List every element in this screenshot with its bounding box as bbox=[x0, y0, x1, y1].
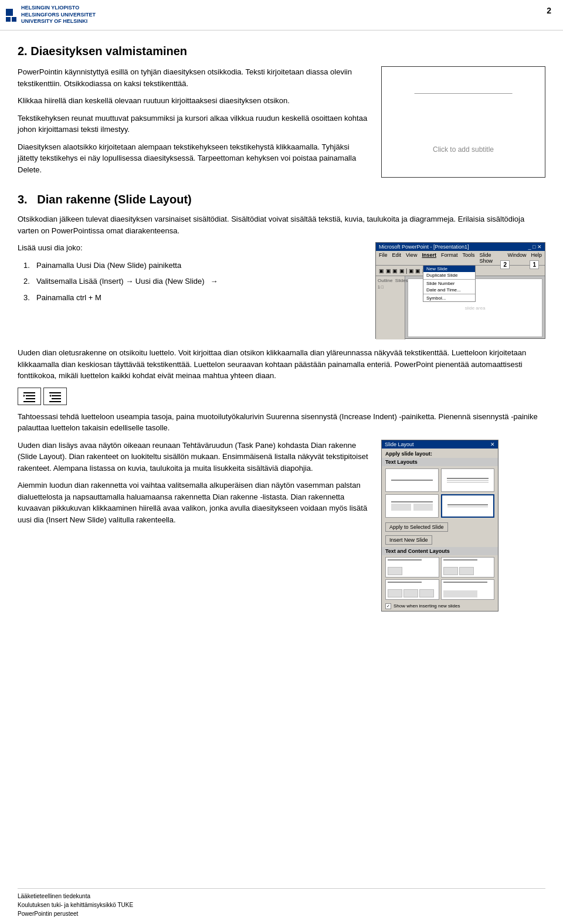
slp-l3-line1 bbox=[391, 501, 433, 502]
ppt-mockup-box: Microsoft PowerPoint - [Presentation1] _… bbox=[375, 242, 545, 339]
menu-slideshow[interactable]: Slide Show bbox=[479, 252, 503, 264]
slp-ci3-bottom bbox=[388, 589, 437, 597]
list-num-1: 1. bbox=[23, 260, 33, 271]
section-2-columns: PowerPointin käynnistyttyä esillä on tyh… bbox=[18, 66, 545, 181]
svg-marker-4 bbox=[23, 395, 25, 397]
ppt-screenshot: Microsoft PowerPoint - [Presentation1] _… bbox=[375, 242, 545, 339]
list-num-3: 3. bbox=[23, 292, 33, 304]
slp-layout-blank[interactable] bbox=[385, 468, 439, 492]
slp-title-text: Slide Layout bbox=[385, 441, 414, 447]
menu-file[interactable]: File bbox=[379, 252, 388, 264]
slide-preview-box: Click to add subtitle bbox=[381, 66, 545, 178]
section-3-number: 3. bbox=[18, 193, 28, 206]
slp-content-item-4[interactable] bbox=[441, 579, 495, 600]
section-3: 3. Dian rakenne (Slide Layout) Otsikkodi… bbox=[18, 193, 545, 612]
ppt-titlebar: Microsoft PowerPoint - [Presentation1] _… bbox=[376, 243, 545, 251]
indent-decrease-svg bbox=[48, 390, 62, 402]
slp-text-layouts-label: Text Layouts bbox=[382, 458, 498, 466]
list-item-3: 3. Painamalla ctrl + M bbox=[23, 292, 366, 304]
slp-blank-line bbox=[391, 480, 433, 481]
section-3-columns: Lisää uusi dia joko: 1. Painamalla Uusi … bbox=[18, 242, 545, 339]
main-content: 2. Diaesityksen valmistaminen PowerPoint… bbox=[0, 30, 563, 631]
ppt-sidebar-label: Outline Slides bbox=[378, 278, 403, 283]
section-3-title: 3. Dian rakenne (Slide Layout) bbox=[18, 193, 545, 206]
uni-name-en: UNIVERSITY OF HELSINKI bbox=[21, 18, 96, 25]
footer: Lääketieteellinen tiedekunta Koulutuksen… bbox=[18, 888, 545, 918]
insert-dropdown-menu: New Slide Duplicate Slide Slide Number D… bbox=[423, 265, 476, 302]
slp-ci2-top bbox=[443, 559, 477, 560]
svg-marker-9 bbox=[49, 395, 51, 397]
slp-layout-title-content[interactable] bbox=[441, 468, 494, 492]
list-text-2: Valitsemalla Lisää (Insert) → Uusi dia (… bbox=[36, 276, 205, 287]
menu-insert[interactable]: Insert bbox=[422, 252, 436, 264]
university-logo: HELSINGIN YLIOPISTO HELSINGFORS UNIVERSI… bbox=[6, 5, 96, 25]
section-2-slide-preview: Click to add subtitle bbox=[381, 66, 545, 181]
slp-insert-button[interactable]: Insert New Slide bbox=[385, 535, 432, 545]
slp-tc-line1 bbox=[447, 478, 489, 479]
section-3-heading-text: Dian rakenne (Slide Layout) bbox=[37, 193, 191, 206]
slp-content-item-2[interactable] bbox=[441, 557, 495, 578]
slp-ci4-box bbox=[443, 590, 477, 597]
ppt-window-controls: _ □ ✕ bbox=[528, 244, 542, 250]
slp-close-icon[interactable]: ✕ bbox=[490, 441, 495, 447]
ppt-badge-2: 2 bbox=[500, 260, 510, 269]
slp-content-item-3[interactable] bbox=[385, 579, 439, 600]
slp-ci1-box bbox=[388, 567, 402, 575]
university-name: HELSINGIN YLIOPISTO HELSINGFORS UNIVERSI… bbox=[21, 5, 96, 25]
section-3-layout-text: Uuden dian lisäys avaa näytön oikeaan re… bbox=[18, 440, 369, 612]
ppt-sidebar: Outline Slides 1 □ bbox=[376, 276, 405, 339]
slp-ci3-top bbox=[388, 582, 422, 583]
section-3-para-4: Aiemmin luodun dian rakennetta voi vaiht… bbox=[18, 480, 369, 525]
section-3-intro: Otsikkodian jälkeen tulevat diaesityksen… bbox=[18, 213, 545, 236]
logo-graphic bbox=[6, 9, 16, 22]
slp-layout-3[interactable] bbox=[385, 494, 439, 518]
slp-content-item-1[interactable] bbox=[385, 557, 439, 578]
list-num-2: 2. bbox=[23, 276, 33, 287]
list-text-1: Painamalla Uusi Dia (New Slide) painiket… bbox=[36, 260, 181, 271]
slp-checkbox-area: ✓ Show when inserting new slides bbox=[382, 602, 498, 611]
arrow-icon: → bbox=[211, 276, 218, 287]
ppt-badge-1: 1 bbox=[530, 260, 539, 269]
section-2-para-4: Diaesityksen alaotsikko kirjoitetaan ale… bbox=[18, 141, 369, 176]
slp-titlebar: Slide Layout ✕ bbox=[382, 440, 498, 449]
ppt-slide-thumb: 1 □ bbox=[378, 285, 403, 289]
menu-item-duplicate[interactable]: Duplicate Slide bbox=[423, 272, 475, 278]
list-item-2: 2. Valitsemalla Lisää (Insert) → Uusi di… bbox=[23, 276, 366, 287]
section-3-para-1: Uuden dian oletusrakenne on otsikoitu lu… bbox=[18, 347, 545, 382]
page-number: 2 bbox=[547, 6, 551, 15]
slp-ci1-top bbox=[388, 559, 422, 560]
menu-window[interactable]: Window bbox=[507, 252, 526, 264]
slp-checkbox[interactable]: ✓ bbox=[385, 603, 391, 609]
slp-ci2-box2 bbox=[459, 567, 474, 575]
slp-ci3-box1 bbox=[388, 589, 402, 597]
slp-apply-button[interactable]: Apply to Selected Slide bbox=[385, 522, 448, 532]
logo-square-large bbox=[6, 9, 13, 16]
slp-ci1-bottom bbox=[388, 567, 437, 575]
ppt-window-title: Microsoft PowerPoint - [Presentation1] bbox=[379, 244, 469, 250]
footer-line1: Lääketieteellinen tiedekunta bbox=[18, 892, 545, 901]
slp-ci3-box3 bbox=[419, 589, 434, 597]
menu-item-datetime[interactable]: Date and Time... bbox=[423, 287, 475, 293]
menu-item-new-slide[interactable]: New Slide bbox=[423, 266, 475, 272]
section-2-para-3: Tekstikehyksen reunat muuttuvat paksummi… bbox=[18, 113, 369, 135]
ppt-menubar: File Edit View Insert Format Tools Slide… bbox=[376, 251, 545, 266]
slp-checkbox-label: Show when inserting new slides bbox=[394, 603, 460, 609]
footer-line3: PowerPointin perusteet bbox=[18, 909, 545, 918]
menu-edit[interactable]: Edit bbox=[392, 252, 402, 264]
menu-tools[interactable]: Tools bbox=[462, 252, 474, 264]
section-2-para-1: PowerPointin käynnistyttyä esillä on tyh… bbox=[18, 66, 369, 89]
slp-content-grid bbox=[382, 555, 498, 602]
slp-ci2-bottom bbox=[443, 567, 493, 575]
slp-tc-line3 bbox=[447, 482, 489, 483]
header: HELSINGIN YLIOPISTO HELSINGFORS UNIVERSI… bbox=[0, 0, 563, 30]
menu-item-slide-number[interactable]: Slide Number bbox=[423, 280, 475, 287]
indent-increase-svg bbox=[22, 390, 36, 402]
menu-format[interactable]: Format bbox=[441, 252, 458, 264]
logo-square-small-1 bbox=[6, 17, 11, 22]
slp-layout-4[interactable] bbox=[441, 494, 494, 518]
menu-view[interactable]: View bbox=[406, 252, 417, 264]
list-text-3: Painamalla ctrl + M bbox=[36, 292, 101, 304]
slp-apply-label: Apply slide layout: bbox=[382, 449, 498, 458]
menu-item-symbol[interactable]: Symbol... bbox=[423, 295, 475, 301]
menu-separator-2 bbox=[423, 294, 475, 294]
